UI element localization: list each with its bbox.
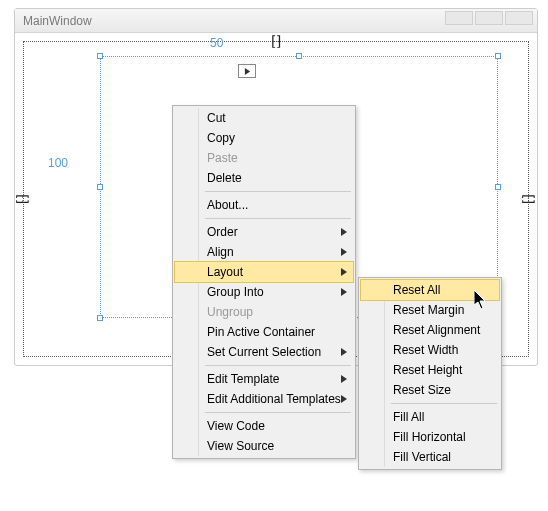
submenu-item-fill-all[interactable]: Fill All	[361, 407, 499, 427]
submenu-arrow-icon	[341, 228, 347, 236]
margin-left-label: 100	[48, 156, 68, 170]
submenu-item-reset-margin[interactable]: Reset Margin	[361, 300, 499, 320]
menu-item-label: Pin Active Container	[207, 325, 315, 339]
submenu-item-reset-size[interactable]: Reset Size	[361, 380, 499, 400]
menu-item-label: Ungroup	[207, 305, 253, 319]
menu-item-label: Fill Vertical	[393, 450, 451, 464]
resize-handle-tm[interactable]	[296, 53, 302, 59]
menu-item-edit-template[interactable]: Edit Template	[175, 369, 353, 389]
menu-item-label: Set Current Selection	[207, 345, 321, 359]
menu-item-label: Edit Template	[207, 372, 280, 386]
resize-handle-rm[interactable]	[495, 184, 501, 190]
menu-item-label: Delete	[207, 171, 242, 185]
submenu-item-reset-width[interactable]: Reset Width	[361, 340, 499, 360]
anchor-left-icon: ⁅⁆	[16, 194, 30, 204]
menu-item-set-current-selection[interactable]: Set Current Selection	[175, 342, 353, 362]
menu-item-label: View Code	[207, 419, 265, 433]
menu-separator	[205, 365, 351, 366]
menu-item-label: Reset Margin	[393, 303, 464, 317]
minimize-button[interactable]	[445, 11, 473, 25]
menu-item-label: Fill Horizontal	[393, 430, 466, 444]
window-title: MainWindow	[23, 14, 92, 28]
menu-item-label: Order	[207, 225, 238, 239]
menu-item-label: Reset Height	[393, 363, 462, 377]
menu-item-pin-active-container[interactable]: Pin Active Container	[175, 322, 353, 342]
menu-item-label: Reset Width	[393, 343, 458, 357]
resize-handle-tl[interactable]	[97, 53, 103, 59]
layout-submenu[interactable]: Reset AllReset MarginReset AlignmentRese…	[358, 277, 502, 470]
titlebar[interactable]: MainWindow	[15, 9, 537, 33]
window-caption-buttons	[445, 11, 533, 25]
submenu-item-reset-height[interactable]: Reset Height	[361, 360, 499, 380]
menu-item-label: Copy	[207, 131, 235, 145]
menu-item-label: About...	[207, 198, 248, 212]
menu-item-align[interactable]: Align	[175, 242, 353, 262]
menu-item-label: Reset Alignment	[393, 323, 480, 337]
menu-item-label: Fill All	[393, 410, 424, 424]
submenu-arrow-icon	[341, 395, 347, 403]
menu-item-label: Cut	[207, 111, 226, 125]
submenu-item-reset-alignment[interactable]: Reset Alignment	[361, 320, 499, 340]
close-button[interactable]	[505, 11, 533, 25]
menu-item-label: Reset Size	[393, 383, 451, 397]
menu-item-label: Reset All	[393, 283, 440, 297]
menu-item-delete[interactable]: Delete	[175, 168, 353, 188]
menu-item-ungroup: Ungroup	[175, 302, 353, 322]
play-icon	[244, 68, 251, 75]
submenu-item-fill-horizontal[interactable]: Fill Horizontal	[361, 427, 499, 447]
submenu-arrow-icon	[341, 375, 347, 383]
menu-item-edit-additional-templates[interactable]: Edit Additional Templates	[175, 389, 353, 409]
menu-item-label: Edit Additional Templates	[207, 392, 341, 406]
submenu-arrow-icon	[341, 248, 347, 256]
anchor-top-icon: ⁅⁆	[271, 34, 281, 48]
menu-item-group-into[interactable]: Group Into	[175, 282, 353, 302]
submenu-item-reset-all[interactable]: Reset All	[361, 280, 499, 300]
menu-separator	[391, 403, 497, 404]
menu-item-label: Group Into	[207, 285, 264, 299]
menu-item-view-source[interactable]: View Source	[175, 436, 353, 456]
margin-top-label: 50	[210, 36, 223, 50]
menu-item-label: Layout	[207, 265, 243, 279]
menu-item-view-code[interactable]: View Code	[175, 416, 353, 436]
anchor-right-icon: ⁅⁆	[522, 194, 536, 204]
menu-item-order[interactable]: Order	[175, 222, 353, 242]
menu-item-about[interactable]: About...	[175, 195, 353, 215]
menu-item-copy[interactable]: Copy	[175, 128, 353, 148]
resize-handle-bl[interactable]	[97, 315, 103, 321]
menu-item-layout[interactable]: Layout	[175, 262, 353, 282]
resize-handle-tr[interactable]	[495, 53, 501, 59]
element-adorner[interactable]	[238, 64, 256, 78]
resize-handle-lm[interactable]	[97, 184, 103, 190]
menu-item-label: Align	[207, 245, 234, 259]
menu-item-label: Paste	[207, 151, 238, 165]
submenu-arrow-icon	[341, 288, 347, 296]
menu-separator	[205, 218, 351, 219]
context-menu[interactable]: CutCopyPasteDeleteAbout...OrderAlignLayo…	[172, 105, 356, 459]
menu-separator	[205, 412, 351, 413]
submenu-arrow-icon	[341, 268, 347, 276]
submenu-item-fill-vertical[interactable]: Fill Vertical	[361, 447, 499, 467]
menu-item-label: View Source	[207, 439, 274, 453]
maximize-button[interactable]	[475, 11, 503, 25]
submenu-arrow-icon	[341, 348, 347, 356]
menu-item-cut[interactable]: Cut	[175, 108, 353, 128]
menu-item-paste: Paste	[175, 148, 353, 168]
menu-separator	[205, 191, 351, 192]
